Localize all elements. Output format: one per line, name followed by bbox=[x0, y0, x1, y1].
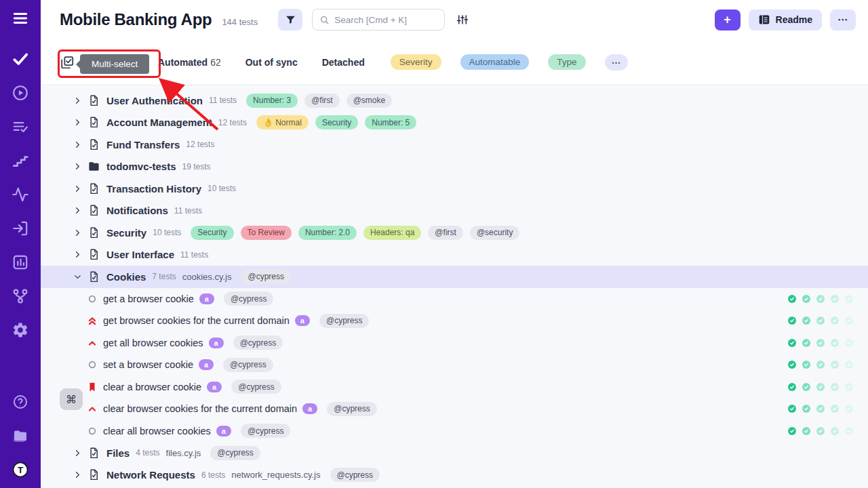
search-input[interactable] bbox=[334, 15, 436, 25]
suite-row[interactable]: Network Requests6 testsnetwork_requests.… bbox=[41, 464, 868, 487]
chevron-right-icon[interactable] bbox=[73, 448, 83, 458]
menu-icon[interactable] bbox=[10, 8, 31, 28]
run-status-passed-dot[interactable] bbox=[845, 405, 853, 413]
run-status-passed-dot[interactable] bbox=[802, 361, 810, 369]
suite-row[interactable]: User Authentication11 testsNumber: 3@fir… bbox=[41, 89, 868, 112]
suite-row[interactable]: Transaction History10 tests bbox=[41, 178, 868, 200]
sidebar: T bbox=[0, 0, 41, 488]
tab-detached[interactable]: Detached bbox=[322, 57, 365, 68]
suite-row[interactable]: Notifications11 tests bbox=[41, 200, 868, 222]
readme-button[interactable]: Readme bbox=[749, 9, 822, 30]
chevron-down-icon[interactable] bbox=[73, 272, 83, 282]
suite-row[interactable]: Account Management12 tests👌 NormalSecuri… bbox=[41, 112, 868, 134]
run-status-passed-dot[interactable] bbox=[802, 295, 810, 303]
git-branch-icon[interactable] bbox=[10, 286, 31, 306]
test-row[interactable]: clear all browser cookiesa@cypress bbox=[41, 420, 868, 443]
add-button[interactable]: + bbox=[715, 9, 741, 30]
logo-icon[interactable]: T bbox=[10, 460, 31, 480]
run-status-passed-dot[interactable] bbox=[788, 405, 796, 413]
run-status-passed-dot[interactable] bbox=[831, 405, 839, 413]
run-status-passed-dot[interactable] bbox=[802, 339, 810, 347]
run-status-passed-dot[interactable] bbox=[831, 295, 839, 303]
severity-high-icon bbox=[87, 338, 98, 348]
chevron-right-icon[interactable] bbox=[73, 140, 83, 150]
suite-row[interactable]: todomvc-tests19 tests bbox=[41, 156, 868, 178]
chip-more-filters[interactable]: ⋯ bbox=[605, 54, 629, 70]
run-status-passed-dot[interactable] bbox=[845, 339, 853, 347]
run-status-passed-dot[interactable] bbox=[845, 383, 853, 391]
run-status-passed-dot[interactable] bbox=[845, 317, 853, 325]
suite-test-count: 12 tests bbox=[218, 118, 247, 127]
document-check-icon bbox=[87, 468, 100, 481]
run-status-passed-dot[interactable] bbox=[816, 295, 825, 303]
test-row[interactable]: set a browser cookiea@cypress bbox=[41, 354, 868, 376]
help-circle-icon[interactable] bbox=[10, 392, 31, 412]
run-status-passed-dot[interactable] bbox=[788, 339, 796, 347]
test-title: get a browser cookie bbox=[103, 293, 194, 304]
bar-chart-icon[interactable] bbox=[10, 252, 31, 272]
filter-button[interactable] bbox=[278, 9, 302, 30]
test-row[interactable]: get a browser cookiea@cypress bbox=[41, 288, 868, 310]
run-status-passed-dot[interactable] bbox=[831, 317, 839, 325]
suite-row[interactable]: Fund Transfers12 tests bbox=[41, 134, 868, 156]
run-status-passed-dot[interactable] bbox=[788, 317, 796, 325]
run-status-passed-dot[interactable] bbox=[831, 361, 839, 369]
tab-out-of-sync[interactable]: Out of sync bbox=[245, 57, 298, 68]
run-status-passed-dot[interactable] bbox=[788, 295, 796, 303]
svg-text:T: T bbox=[18, 465, 24, 475]
document-check-icon bbox=[87, 248, 100, 261]
run-status-passed-dot[interactable] bbox=[816, 317, 825, 325]
run-status-passed-dot[interactable] bbox=[831, 339, 839, 347]
run-status-passed-dot[interactable] bbox=[788, 427, 796, 435]
suite-row[interactable]: Cookies7 testscookies.cy.js@cypress bbox=[41, 266, 868, 288]
gear-icon[interactable] bbox=[10, 320, 31, 340]
sign-in-icon[interactable] bbox=[10, 218, 31, 239]
run-status-passed-dot[interactable] bbox=[816, 339, 825, 347]
more-options-button[interactable]: ⋯ bbox=[830, 9, 856, 30]
chip-severity[interactable]: Severity bbox=[391, 54, 441, 70]
run-status-passed-dot[interactable] bbox=[816, 427, 825, 435]
run-status-passed-dot[interactable] bbox=[845, 295, 853, 303]
activity-icon[interactable] bbox=[10, 184, 31, 205]
chevron-right-icon[interactable] bbox=[73, 470, 83, 480]
run-status-passed-dot[interactable] bbox=[802, 427, 810, 435]
suite-row[interactable]: User Interface11 tests bbox=[41, 244, 868, 266]
steps-icon[interactable] bbox=[10, 150, 31, 171]
run-status-passed-dot[interactable] bbox=[802, 383, 810, 391]
run-status-passed-dot[interactable] bbox=[788, 361, 796, 369]
chevron-right-icon[interactable] bbox=[73, 161, 83, 171]
list-check-icon[interactable] bbox=[10, 117, 31, 137]
run-status-passed-dot[interactable] bbox=[802, 405, 810, 413]
run-status-passed-dot[interactable] bbox=[816, 405, 825, 413]
run-status-passed-dot[interactable] bbox=[788, 383, 796, 391]
run-status-passed-dot[interactable] bbox=[845, 361, 853, 369]
test-row[interactable]: clear browser cookies for the current do… bbox=[41, 398, 868, 420]
view-settings-button[interactable] bbox=[454, 12, 471, 28]
check-icon[interactable] bbox=[10, 49, 31, 69]
tab-automated[interactable]: Automated62 bbox=[158, 57, 221, 68]
run-status-passed-dot[interactable] bbox=[831, 427, 839, 435]
run-status-passed-dot[interactable] bbox=[816, 383, 825, 391]
run-status-passed-dot[interactable] bbox=[802, 317, 810, 325]
chevron-right-icon[interactable] bbox=[73, 205, 83, 216]
chevron-right-icon[interactable] bbox=[73, 117, 83, 127]
search-box[interactable] bbox=[312, 9, 445, 30]
chevron-right-icon[interactable] bbox=[73, 184, 83, 194]
chip-automatable[interactable]: Automatable bbox=[460, 54, 530, 70]
multi-select-button[interactable] bbox=[60, 55, 75, 70]
run-status-passed-dot[interactable] bbox=[816, 361, 825, 369]
chevron-right-icon[interactable] bbox=[73, 249, 83, 260]
folder-solid-icon[interactable] bbox=[10, 426, 31, 446]
run-status-passed-dot[interactable] bbox=[831, 383, 839, 391]
chevron-right-icon[interactable] bbox=[73, 228, 83, 238]
test-row[interactable]: get browser cookies for the current doma… bbox=[41, 310, 868, 332]
chip-type[interactable]: Type bbox=[548, 54, 585, 70]
suite-test-count: 11 tests bbox=[209, 96, 237, 105]
run-status-passed-dot[interactable] bbox=[845, 427, 853, 435]
test-row[interactable]: clear a browser cookiea@cypress bbox=[41, 376, 868, 399]
chevron-right-icon[interactable] bbox=[73, 96, 83, 106]
test-row[interactable]: get all browser cookiesa@cypress bbox=[41, 332, 868, 354]
suite-row[interactable]: Security10 testsSecurityTo ReviewNumber:… bbox=[41, 222, 868, 244]
play-circle-icon[interactable] bbox=[10, 83, 31, 103]
suite-row[interactable]: Files4 testsfiles.cy.js@cypress bbox=[41, 442, 868, 464]
